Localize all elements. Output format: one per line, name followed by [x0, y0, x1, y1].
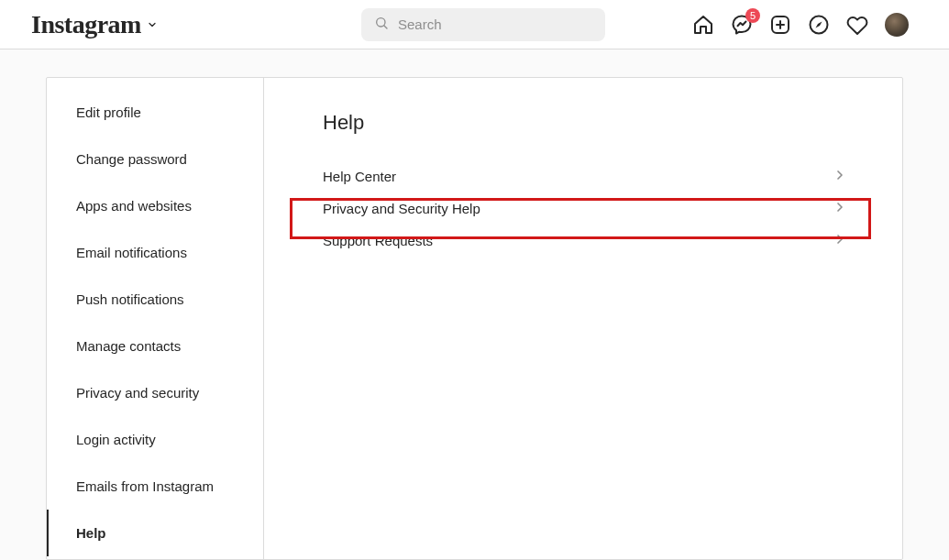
heart-icon[interactable] [846, 14, 868, 36]
avatar[interactable] [885, 13, 909, 37]
help-row-privacy-security[interactable]: Privacy and Security Help [323, 192, 847, 225]
logo[interactable]: Instagram [31, 10, 158, 39]
help-row-label: Support Requests [323, 233, 433, 248]
search-input[interactable] [361, 8, 605, 41]
svg-marker-6 [816, 21, 822, 27]
chevron-down-icon [147, 19, 158, 30]
sidebar-item-edit-profile[interactable]: Edit profile [47, 89, 263, 136]
sidebar-item-push-notifications[interactable]: Push notifications [47, 276, 263, 323]
sidebar-item-change-password[interactable]: Change password [47, 136, 263, 182]
messenger-icon[interactable]: 5 [731, 14, 753, 36]
search-field[interactable] [398, 16, 592, 32]
svg-line-1 [384, 26, 387, 28]
topbar: Instagram 5 [0, 0, 949, 49]
logo-text: Instagram [31, 10, 141, 39]
chevron-right-icon [833, 168, 847, 185]
content: Help Help Center Privacy and Security He… [264, 78, 902, 559]
sidebar-item-apps-websites[interactable]: Apps and websites [47, 182, 263, 229]
explore-icon[interactable] [808, 14, 830, 36]
home-icon[interactable] [692, 14, 714, 36]
sidebar-item-help[interactable]: Help [47, 510, 263, 556]
help-row-support-requests[interactable]: Support Requests [323, 225, 847, 257]
badge-count: 5 [745, 8, 760, 23]
sidebar-item-manage-contacts[interactable]: Manage contacts [47, 323, 263, 369]
help-row-label: Help Center [323, 169, 396, 184]
chevron-right-icon [833, 200, 847, 217]
sidebar-item-login-activity[interactable]: Login activity [47, 416, 263, 463]
sidebar-item-privacy-security[interactable]: Privacy and security [47, 369, 263, 416]
settings-panel: Edit profile Change password Apps and we… [46, 77, 903, 560]
new-post-icon[interactable] [769, 14, 791, 36]
nav-icons: 5 [692, 13, 909, 37]
help-list: Help Center Privacy and Security Help Su… [323, 160, 847, 257]
sidebar-item-emails-instagram[interactable]: Emails from Instagram [47, 463, 263, 510]
help-row-label: Privacy and Security Help [323, 201, 480, 216]
chevron-right-icon [833, 232, 847, 249]
sidebar: Edit profile Change password Apps and we… [47, 78, 264, 559]
help-row-help-center[interactable]: Help Center [323, 160, 847, 192]
search-icon [374, 16, 389, 34]
sidebar-item-email-notifications[interactable]: Email notifications [47, 229, 263, 276]
page: Edit profile Change password Apps and we… [0, 49, 949, 560]
page-title: Help [323, 111, 847, 135]
